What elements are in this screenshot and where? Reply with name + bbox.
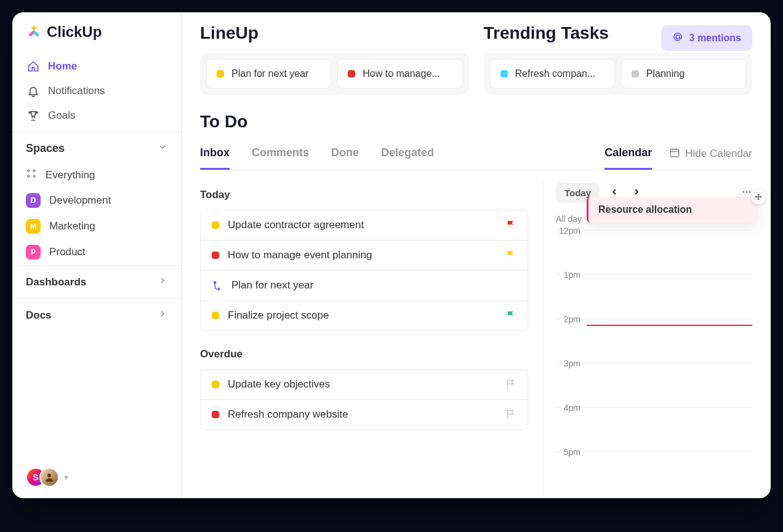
avatar-stack[interactable]: S <box>26 467 53 487</box>
today-list: Update contractor agreement How to manag… <box>200 210 528 331</box>
time-row[interactable]: 12pm <box>556 230 752 274</box>
svg-point-1 <box>33 170 35 172</box>
status-dot <box>500 70 508 77</box>
svg-point-0 <box>28 170 30 172</box>
spaces-header[interactable]: Spaces <box>12 132 181 162</box>
overdue-block: Overdue Update key objectives Refresh co… <box>200 348 528 430</box>
task-row[interactable]: Update contractor agreement <box>201 210 528 240</box>
sidebar-dashboards[interactable]: Dashboards <box>12 265 181 298</box>
calendar-event[interactable]: Resource allocation <box>587 197 758 223</box>
space-badge: M <box>26 219 41 234</box>
flag-icon[interactable] <box>505 250 516 261</box>
time-row[interactable]: 1pm <box>556 274 752 319</box>
task-row[interactable]: Plan for next year <box>201 271 528 301</box>
status-dot <box>212 252 219 259</box>
sidebar-item-everything[interactable]: Everything <box>12 162 181 188</box>
chevron-down-icon <box>158 142 167 155</box>
lineup-task[interactable]: How to manage... <box>337 59 462 89</box>
trophy-icon <box>27 109 39 122</box>
time-label: 3pm <box>556 359 587 368</box>
time-row[interactable]: 5pm <box>556 451 752 496</box>
lineup-task[interactable]: Plan for next year <box>206 59 331 89</box>
brand-name: ClickUp <box>47 23 102 41</box>
top-row: LineUp Plan for next year How to manage.… <box>200 23 752 95</box>
content-row: Today Update contractor agreement How to… <box>200 183 752 496</box>
todo-title: To Do <box>200 112 752 132</box>
sidebar-docs[interactable]: Docs <box>12 298 181 332</box>
tab-comments[interactable]: Comments <box>252 146 309 170</box>
time-row[interactable]: 3pm <box>556 363 752 407</box>
main-content: LineUp Plan for next year How to manage.… <box>182 12 771 498</box>
time-label: 12pm <box>556 226 587 236</box>
tab-delegated[interactable]: Delegated <box>381 146 434 170</box>
time-grid: Resource allocation 12pm 1pm 2p <box>556 230 752 496</box>
sidebar: ClickUp Home Notifications Goals <box>12 12 182 498</box>
hide-calendar-button[interactable]: Hide Calendar <box>669 147 752 170</box>
home-icon <box>27 60 39 73</box>
drag-handle-icon[interactable] <box>751 189 766 204</box>
svg-point-3 <box>33 175 35 177</box>
tab-done[interactable]: Done <box>331 146 359 170</box>
chevron-right-icon <box>158 276 167 288</box>
task-row[interactable]: Finalize project scope <box>201 301 528 330</box>
flag-icon[interactable] <box>505 310 516 321</box>
lineup-cards: Plan for next year How to manage... <box>200 53 469 95</box>
at-icon <box>672 31 683 45</box>
trending-title: Trending Tasks <box>484 23 609 43</box>
task-label: Plan for next year <box>231 68 308 79</box>
task-row[interactable]: How to manage event planning <box>201 240 528 271</box>
chevron-right-icon <box>158 309 167 322</box>
overdue-label: Overdue <box>200 348 528 360</box>
sidebar-space-product[interactable]: P Product <box>12 239 181 265</box>
app-window: ClickUp Home Notifications Goals <box>12 12 771 498</box>
time-label: 2pm <box>556 314 587 324</box>
calendar-controls: Calendar Hide Calendar <box>604 146 752 170</box>
docs-label: Docs <box>26 309 52 322</box>
svg-point-2 <box>28 175 30 177</box>
grid-icon <box>26 168 37 182</box>
nav-notifications[interactable]: Notifications <box>18 79 175 103</box>
svg-point-4 <box>47 474 51 477</box>
task-text: Plan for next year <box>231 279 516 292</box>
space-badge: D <box>26 193 41 208</box>
trending-task[interactable]: Refresh compan... <box>490 59 615 89</box>
nav-home[interactable]: Home <box>18 54 175 79</box>
svg-point-8 <box>742 191 744 193</box>
space-label: Development <box>49 194 111 207</box>
mentions-button[interactable]: 3 mentions <box>661 25 752 51</box>
task-row[interactable]: Refresh company website <box>201 400 528 429</box>
task-label: Refresh compan... <box>515 68 596 79</box>
today-label: Today <box>200 189 528 201</box>
avatar-user <box>39 467 59 487</box>
space-badge: P <box>26 245 41 260</box>
caret-down-icon[interactable]: ▼ <box>63 474 70 481</box>
sidebar-space-development[interactable]: D Development <box>12 188 181 213</box>
flag-icon[interactable] <box>505 220 516 231</box>
space-label: Marketing <box>49 220 95 232</box>
nav-goals[interactable]: Goals <box>18 103 175 128</box>
status-dot <box>217 70 224 77</box>
tab-inbox[interactable]: Inbox <box>200 146 230 170</box>
task-text: Update contractor agreement <box>228 219 497 231</box>
task-row[interactable]: Update key objectives <box>201 370 528 400</box>
task-text: Finalize project scope <box>228 309 497 322</box>
trending-task[interactable]: Planning <box>621 59 746 89</box>
time-label: 1pm <box>556 270 587 280</box>
svg-point-9 <box>746 191 748 193</box>
logo[interactable]: ClickUp <box>12 12 181 46</box>
svg-point-5 <box>676 35 680 39</box>
now-line <box>587 325 752 326</box>
time-row[interactable]: 4pm <box>556 407 752 451</box>
tabs-row: Inbox Comments Done Delegated Calendar H… <box>200 146 752 170</box>
trending-cards: Refresh compan... Planning <box>484 53 753 95</box>
flag-icon[interactable] <box>505 379 516 390</box>
sidebar-space-marketing[interactable]: M Marketing <box>12 213 181 239</box>
spaces-title: Spaces <box>26 142 65 155</box>
task-text: Update key objectives <box>228 378 497 391</box>
tab-calendar[interactable]: Calendar <box>604 146 652 170</box>
overdue-list: Update key objectives Refresh company we… <box>200 369 528 430</box>
dashboards-label: Dashboards <box>26 276 86 288</box>
sidebar-footer: S ▼ <box>12 456 181 498</box>
task-text: Refresh company website <box>228 408 497 421</box>
flag-icon[interactable] <box>505 409 516 420</box>
